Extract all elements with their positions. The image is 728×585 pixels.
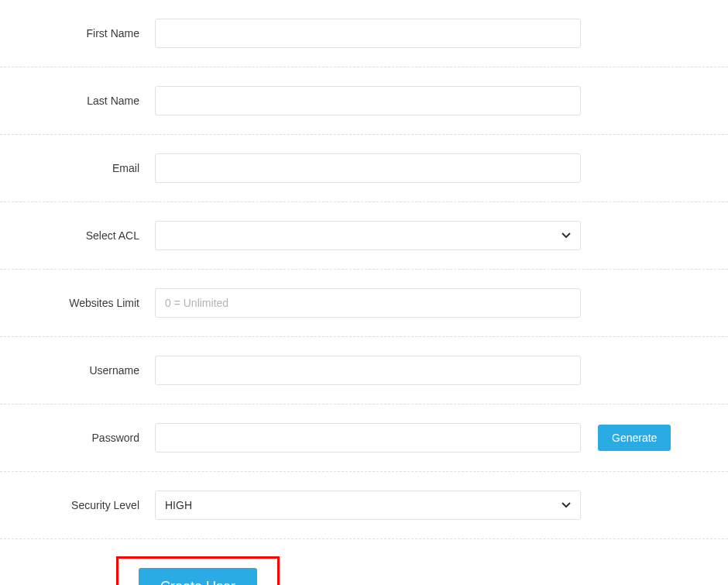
password-label: Password <box>0 432 155 444</box>
last-name-row: Last Name <box>0 67 728 135</box>
first-name-row: First Name <box>0 0 728 67</box>
email-input[interactable] <box>155 153 581 183</box>
username-row: Username <box>0 337 728 404</box>
generate-button[interactable]: Generate <box>598 425 671 451</box>
last-name-label: Last Name <box>0 95 155 107</box>
first-name-label: First Name <box>0 27 155 40</box>
email-label: Email <box>0 162 155 174</box>
password-input[interactable] <box>155 423 581 453</box>
security-level-select[interactable]: HIGH <box>155 490 581 520</box>
username-input[interactable] <box>155 356 581 385</box>
security-level-label: Security Level <box>0 499 155 511</box>
password-row: Password Generate <box>0 404 728 472</box>
create-user-highlight: Create User <box>116 556 280 585</box>
create-user-button[interactable]: Create User <box>139 568 257 585</box>
select-acl-row: Select ACL <box>0 202 728 270</box>
submit-row: Create User <box>0 539 728 585</box>
first-name-input[interactable] <box>155 19 581 48</box>
select-acl-label: Select ACL <box>0 229 155 242</box>
select-acl-select[interactable] <box>155 221 581 250</box>
last-name-input[interactable] <box>155 86 581 115</box>
websites-limit-input[interactable] <box>155 288 581 318</box>
username-label: Username <box>0 364 155 377</box>
email-row: Email <box>0 135 728 202</box>
security-level-row: Security Level HIGH <box>0 472 728 539</box>
websites-limit-label: Websites Limit <box>0 297 155 309</box>
websites-limit-row: Websites Limit <box>0 270 728 337</box>
